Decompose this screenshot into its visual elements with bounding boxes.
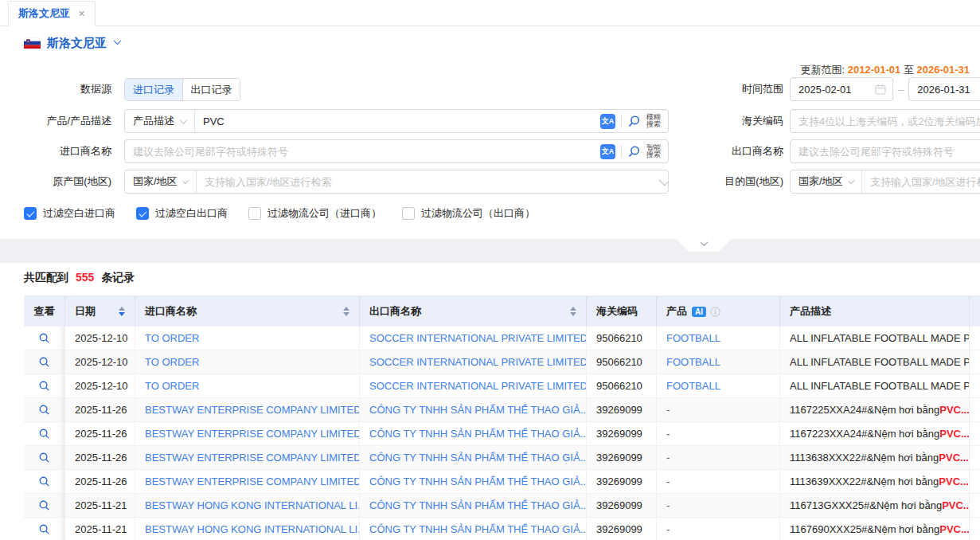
view-record-button[interactable]	[24, 350, 65, 374]
column-importer[interactable]: 进口商名称	[135, 296, 360, 327]
update-range: 更新范围: 2012-01-01 至 2026-01-31	[801, 63, 970, 77]
checkbox-icon[interactable]	[136, 207, 149, 220]
exporter-link[interactable]: CÔNG TY TNHH SẢN PHẨM THỂ THAO GIẢ...	[360, 518, 587, 540]
product-cell[interactable]: -	[657, 446, 780, 469]
importer-name-input[interactable]	[125, 140, 597, 162]
importer-link[interactable]: BESTWAY HONG KONG INTERNATIONAL LI...	[135, 518, 360, 540]
tab-export-records[interactable]: 出口记录	[182, 79, 240, 100]
checkbox-icon[interactable]	[402, 207, 415, 220]
time-range-label: 时间范围	[669, 82, 790, 96]
destination-type-select[interactable]: 国家/地区	[791, 170, 862, 193]
importer-link[interactable]: BESTWAY HONG KONG INTERNATIONAL LI...	[135, 494, 360, 517]
fuzzy-search-icon[interactable]	[627, 115, 641, 128]
filter-checkbox[interactable]: 过滤空白出口商	[136, 206, 228, 221]
exporter-link[interactable]: CÔNG TY TNHH SẢN PHẨM THỂ THAO GIẢ...	[360, 470, 587, 493]
translate-icon[interactable]: 文A	[600, 144, 615, 159]
exporter-link[interactable]: SOCCER INTERNATIONAL PRIVATE LIMITED	[360, 327, 587, 350]
view-record-button[interactable]	[24, 398, 65, 421]
product-cell[interactable]: -	[657, 518, 780, 540]
view-record-button[interactable]	[24, 374, 65, 397]
view-search-icon	[38, 523, 50, 535]
hs-code-label: 海关编码	[669, 114, 790, 128]
view-record-button[interactable]	[24, 470, 65, 493]
table-gutter	[969, 470, 980, 493]
importer-link[interactable]: BESTWAY ENTERPRISE COMPANY LIMITED	[135, 446, 360, 469]
results-section: 共匹配到 555 条记录 查看 日期 进口商名称 出口商名称 海关编码 产品 A…	[0, 263, 980, 540]
exporter-link[interactable]: SOCCER INTERNATIONAL PRIVATE LIMITED	[360, 350, 587, 374]
product-cell[interactable]: FOOTBALL	[657, 350, 780, 374]
product-search-input[interactable]	[195, 110, 597, 132]
view-record-button[interactable]	[24, 422, 65, 445]
origin-type-select[interactable]: 国家/地区	[125, 170, 197, 193]
description-text: 1167690XXX25#&Nệm hơi bằng	[790, 523, 939, 535]
destination-country-input[interactable]	[862, 170, 980, 193]
smart-search-label[interactable]: 智能 搜索	[646, 144, 661, 159]
end-date-field[interactable]	[917, 84, 980, 96]
exporter-link[interactable]: CÔNG TY TNHH SẢN PHẨM THỂ THAO GIẢ...	[360, 494, 587, 517]
sort-icons-importer[interactable]	[343, 307, 359, 316]
importer-link[interactable]: TO ORDER	[135, 327, 360, 350]
exporter-link[interactable]: CÔNG TY TNHH SẢN PHẨM THỂ THAO GIẢ...	[360, 446, 587, 469]
info-icon[interactable]	[710, 307, 720, 317]
filter-checkbox[interactable]: 过滤空白进口商	[24, 206, 115, 221]
end-date-input[interactable]	[908, 77, 980, 101]
filter-checkbox[interactable]: 过滤物流公司（出口商）	[402, 206, 535, 221]
sort-icons-date[interactable]	[119, 307, 135, 316]
origin-label: 原产国(地区)	[0, 174, 119, 189]
importer-link[interactable]: BESTWAY ENTERPRISE COMPANY LIMITED	[135, 398, 360, 421]
importer-link[interactable]: BESTWAY ENTERPRISE COMPANY LIMITED	[135, 470, 360, 493]
smart-search-icon[interactable]	[627, 145, 641, 158]
product-cell[interactable]: FOOTBALL	[657, 327, 780, 350]
update-range-to: 2026-01-31	[917, 64, 970, 76]
checkbox-label: 过滤空白进口商	[43, 206, 115, 221]
chevron-down-icon[interactable]	[114, 37, 122, 45]
view-record-button[interactable]	[24, 327, 65, 350]
importer-link[interactable]: TO ORDER	[135, 350, 360, 374]
product-cell[interactable]: -	[657, 398, 780, 421]
table-row: 2025-11-21 BESTWAY HONG KONG INTERNATION…	[24, 494, 980, 518]
sort-icons-exporter[interactable]	[570, 307, 586, 316]
view-record-button[interactable]	[24, 518, 65, 540]
product-cell[interactable]: -	[657, 494, 780, 517]
summary-suffix: 条记录	[101, 271, 135, 284]
column-exporter[interactable]: 出口商名称	[360, 296, 587, 327]
table-row: 2025-12-10 TO ORDER SOCCER INTERNATIONAL…	[24, 350, 980, 374]
checkbox-icon[interactable]	[24, 207, 37, 220]
date-cell: 2025-11-26	[65, 446, 135, 469]
chevron-down-icon[interactable]	[658, 175, 669, 186]
origin-country-input[interactable]	[197, 170, 659, 193]
view-record-button[interactable]	[24, 494, 65, 517]
divider	[621, 145, 622, 158]
start-date-input[interactable]	[790, 77, 893, 101]
view-search-icon	[38, 356, 50, 368]
description-cell: 1167225XXA24#&Nệm hơi bằng PVC...	[780, 398, 970, 421]
exporter-link[interactable]: CÔNG TY TNHH SẢN PHẨM THỂ THAO GIẢ...	[360, 422, 587, 445]
product-cell[interactable]: -	[657, 422, 780, 445]
country-name[interactable]: 斯洛文尼亚	[47, 36, 107, 51]
description-cell: ALL INFLATABLE FOOTBALL MADE P...	[780, 374, 970, 397]
view-record-button[interactable]	[24, 446, 65, 469]
table-gutter	[969, 422, 980, 445]
tab-import-records[interactable]: 进口记录	[125, 79, 182, 100]
exporter-link[interactable]: CÔNG TY TNHH SẢN PHẨM THỂ THAO GIẢ...	[360, 398, 587, 421]
view-search-icon	[38, 475, 50, 487]
hs-code-input[interactable]	[790, 109, 980, 133]
tab-slovenia[interactable]: 斯洛文尼亚 ✕	[8, 1, 96, 26]
translate-icon[interactable]: 文A	[600, 114, 615, 129]
product-type-select[interactable]: 产品描述	[125, 110, 195, 132]
collapse-filters-button[interactable]	[676, 239, 732, 252]
start-date-field[interactable]	[798, 84, 870, 96]
header-gutter	[970, 296, 980, 327]
exporter-name-input[interactable]	[790, 139, 980, 163]
fuzzy-search-label[interactable]: 模糊 搜索	[646, 114, 661, 129]
date-cell: 2025-12-10	[65, 374, 135, 397]
close-icon[interactable]: ✕	[78, 9, 85, 19]
column-date[interactable]: 日期	[65, 296, 135, 327]
product-cell[interactable]: FOOTBALL	[657, 374, 780, 397]
importer-link[interactable]: TO ORDER	[135, 374, 360, 397]
importer-link[interactable]: BESTWAY ENTERPRISE COMPANY LIMITED	[135, 422, 360, 445]
exporter-link[interactable]: SOCCER INTERNATIONAL PRIVATE LIMITED	[360, 374, 587, 397]
product-cell[interactable]: -	[657, 470, 780, 493]
checkbox-icon[interactable]	[248, 207, 261, 220]
filter-checkbox[interactable]: 过滤物流公司（进口商）	[248, 206, 381, 221]
